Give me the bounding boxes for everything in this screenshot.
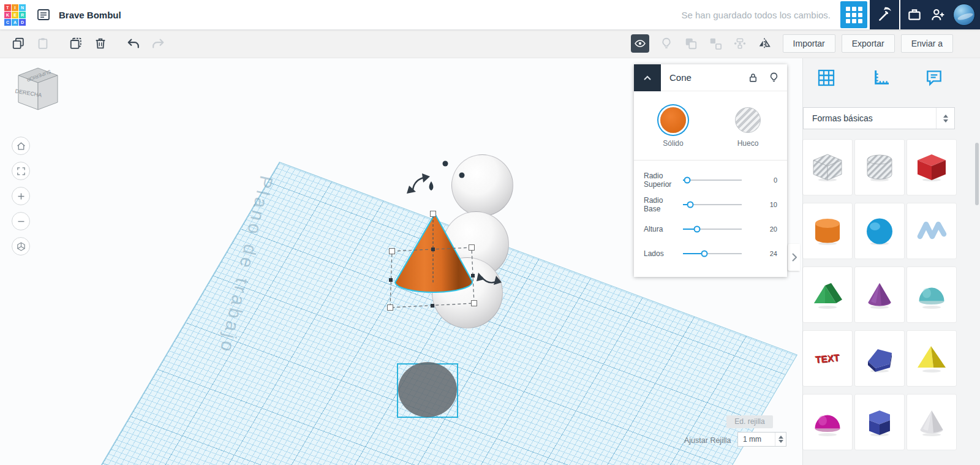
shape-category-value: Formas básicas [804, 113, 936, 123]
zoom-out-button[interactable] [12, 212, 30, 230]
visibility-bulb-icon[interactable] [766, 70, 781, 85]
ruler-tool-icon[interactable] [870, 67, 892, 89]
slider-handle[interactable] [701, 251, 707, 257]
edit-toolbar: Importar Exportar Enviar a [0, 29, 980, 58]
slider-label: Radio Base [644, 196, 682, 214]
home-view-button[interactable] [12, 137, 30, 155]
edit-grid-button[interactable]: Ed. rejilla [726, 415, 773, 428]
shape-tile-polygon[interactable] [855, 331, 904, 386]
slider-track[interactable] [683, 180, 742, 181]
height-handle-icon [429, 181, 434, 191]
chevron-right-icon [791, 253, 797, 262]
shape-tile-pyramid[interactable] [907, 331, 956, 386]
solid-swatch[interactable] [660, 107, 686, 133]
rotate-arrow-icon [407, 173, 430, 194]
apps-grid-icon [846, 7, 862, 23]
slider-handle[interactable] [687, 202, 694, 208]
slider-handle[interactable] [684, 177, 690, 184]
slider-handle[interactable] [694, 226, 701, 233]
show-hide-button[interactable] [631, 34, 649, 53]
slider-radio-superior: Radio Superior 0 [644, 168, 777, 192]
category-spinner-icon[interactable] [936, 108, 954, 129]
snap-grid-value: 1 mm [738, 435, 775, 444]
workshop-button[interactable] [870, 0, 899, 29]
group-icon[interactable] [679, 31, 703, 56]
slider-track[interactable] [683, 253, 742, 254]
shape-category-select[interactable]: Formas básicas [803, 107, 955, 129]
cone-parameters: Radio Superior 0 Radio Base 10 Altura 20… [634, 162, 787, 277]
pickaxe-icon [876, 7, 892, 23]
mirror-icon[interactable] [752, 31, 777, 56]
slider-value[interactable]: 0 [774, 176, 777, 184]
slider-value[interactable]: 10 [770, 201, 777, 208]
collapse-sidebar-button[interactable] [788, 244, 800, 271]
slider-value[interactable]: 20 [770, 225, 777, 233]
account-area [900, 0, 980, 29]
notes-tool-icon[interactable] [923, 67, 945, 89]
shape-tile-cylinder[interactable] [803, 203, 852, 259]
slider-value[interactable]: 24 [770, 250, 777, 257]
divider [634, 160, 787, 161]
snap-grid-select[interactable]: 1 mm [737, 432, 786, 447]
briefcase-icon[interactable] [907, 7, 922, 23]
redo-icon[interactable] [146, 31, 170, 56]
shape-tile-text[interactable]: TEXT TEXT [803, 331, 852, 386]
slider-track[interactable] [683, 229, 742, 230]
duplicate-icon[interactable] [64, 31, 88, 56]
slider-label: Radio Superior [644, 172, 682, 189]
ungroup-icon[interactable] [703, 31, 728, 56]
shapes-sidebar: Formas básicas TEXT TEXT [802, 58, 980, 465]
perspective-toggle-button[interactable] [12, 237, 30, 255]
light-icon[interactable] [654, 31, 679, 56]
shape-tile-sphere[interactable] [855, 203, 904, 259]
add-person-icon[interactable] [930, 7, 946, 23]
avatar[interactable] [953, 4, 975, 26]
selected-cone[interactable] [360, 210, 507, 308]
delete-icon[interactable] [88, 31, 113, 56]
shape-tile-roof[interactable] [803, 267, 852, 322]
view-cube[interactable]: SUPERIOR DERECHA [12, 63, 61, 115]
slider-track[interactable] [683, 204, 742, 205]
slider-radio-base: Radio Base 10 [644, 192, 777, 217]
material-hollow-option[interactable]: Hueco [726, 107, 770, 148]
tinkercad-logo[interactable]: TINKERCAD [4, 4, 26, 26]
align-icon[interactable] [728, 31, 752, 56]
import-button[interactable]: Importar [783, 34, 835, 53]
copy-icon[interactable] [6, 31, 31, 56]
sphere-top[interactable] [451, 154, 513, 216]
shape-tile-cylinder-transparent[interactable] [855, 140, 904, 195]
material-solid-option[interactable]: Sólido [651, 107, 695, 148]
slider-label: Lados [644, 249, 682, 258]
send-button[interactable]: Enviar a [901, 34, 953, 53]
shape-tile-dome[interactable] [907, 267, 956, 322]
top-bar: TINKERCAD Brave Bombul Se han guardado t… [0, 0, 980, 29]
apps-grid-button[interactable] [840, 1, 867, 28]
undo-icon[interactable] [121, 31, 146, 56]
export-button[interactable]: Exportar [842, 34, 895, 53]
shape-tile-box-transparent[interactable] [803, 140, 852, 195]
workplane-tool-icon[interactable] [815, 67, 837, 89]
svg-text:TEXT: TEXT [815, 352, 840, 365]
spinner-icon[interactable] [775, 433, 786, 446]
save-status: Se han guardado todos los cambios. [682, 10, 831, 20]
shape-tile-cone[interactable] [855, 267, 904, 322]
menu-icon[interactable] [34, 6, 53, 24]
collapse-inspector-button[interactable] [634, 64, 661, 91]
shape-tile-paraboloid[interactable] [803, 395, 852, 450]
shape-tile-scribble[interactable] [907, 203, 956, 259]
shape-tile-cone-gray[interactable] [907, 395, 956, 450]
zoom-in-button[interactable] [12, 187, 30, 205]
fit-view-button[interactable] [12, 162, 30, 180]
shape-inspector: Cone Sólido Hueco Radio Superior 0 Radio… [634, 64, 787, 277]
lock-icon[interactable] [745, 70, 760, 85]
document-title[interactable]: Brave Bombul [59, 10, 121, 20]
paste-icon[interactable] [31, 31, 55, 56]
material-options: Sólido Hueco [634, 91, 787, 157]
shape-tile-box[interactable] [907, 140, 956, 195]
hollow-label: Hueco [737, 139, 759, 148]
shapes-grid: TEXT TEXT [803, 140, 956, 450]
hollow-swatch[interactable] [735, 107, 761, 133]
sidebar-scrollbar[interactable] [975, 143, 979, 205]
shape-tile-hex-prism[interactable] [855, 395, 904, 450]
slider-label: Altura [644, 225, 682, 233]
